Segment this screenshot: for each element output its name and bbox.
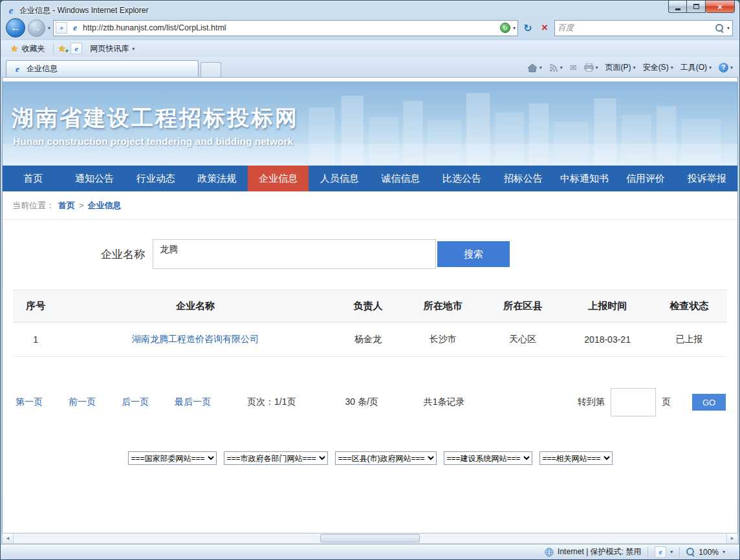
forward-button[interactable]: →: [28, 19, 45, 37]
breadcrumb-home-link[interactable]: 首页: [58, 200, 75, 211]
favorites-button[interactable]: ★ 收藏夹: [7, 42, 49, 56]
chevron-down-icon: ▾: [670, 549, 673, 555]
feeds-bar-button[interactable]: 网页快讯库 ▾: [87, 42, 138, 56]
cell-date: 2018-03-21: [563, 323, 651, 357]
site-banner: 湖南省建设工程招标投标网 Hunan construction project …: [3, 81, 737, 166]
select-city-departments[interactable]: ===市政府各部门网站===: [224, 451, 328, 465]
site-subtitle: Hunan construction project tendering and…: [13, 136, 293, 147]
zoom-control[interactable]: 100% ▾: [680, 548, 732, 557]
address-dropdown[interactable]: ▾: [513, 25, 516, 31]
url-input[interactable]: [83, 21, 497, 34]
nav-item-credit-info[interactable]: 诚信信息: [370, 166, 431, 191]
company-table: 序号 企业名称 负责人 所在地市 所在区县 上报时间 检查状态 1 湖南龙腾工程…: [13, 290, 727, 357]
print-button[interactable]: ▾: [584, 63, 598, 72]
search-provider-dropdown[interactable]: ▾: [727, 25, 730, 31]
nav-item-personnel-info[interactable]: 人员信息: [309, 166, 370, 191]
feeds-button[interactable]: ▾: [549, 63, 563, 72]
minimize-button[interactable]: [668, 1, 687, 13]
breadcrumb-separator: >: [79, 200, 84, 210]
company-name-input[interactable]: [153, 239, 436, 269]
nav-item-company-info[interactable]: 企业信息: [248, 166, 309, 191]
pagination-links: 第一页 前一页 后一页 最后一页: [16, 396, 211, 408]
tab-bar: e 企业信息 ▾ ▾ ✉ ▾ 页面(P)▾ 安全(S): [1, 57, 739, 77]
col-header-city: 所在地市: [404, 290, 482, 323]
refresh-icon: ↻: [523, 22, 532, 34]
page-menu-button[interactable]: 页面(P)▾: [605, 62, 636, 73]
pagination: 第一页 前一页 后一页 最后一页 页次：1/1页 30 条/页 共1条记录 转到…: [16, 388, 726, 416]
breadcrumb-current[interactable]: 企业信息: [88, 200, 122, 211]
tools-menu-button[interactable]: 工具(O)▾: [680, 62, 712, 73]
nav-item-award-notices[interactable]: 中标通知书: [554, 166, 615, 191]
compatibility-view-icon[interactable]: ↻: [500, 23, 510, 33]
recent-pages-dropdown[interactable]: ▾: [48, 25, 50, 31]
zoom-level: 100%: [699, 548, 719, 557]
site-title: 湖南省建设工程招标投标网: [12, 103, 299, 133]
nav-item-complaints[interactable]: 投诉举报: [676, 166, 737, 191]
back-icon: ←: [10, 22, 21, 34]
search-button[interactable]: 搜索: [437, 241, 510, 267]
select-national-sites[interactable]: ===国家部委网站===: [128, 451, 217, 465]
command-bar: ▾ ▾ ✉ ▾ 页面(P)▾ 安全(S)▾ 工具(O)▾: [527, 62, 733, 77]
refresh-button[interactable]: ↻: [521, 20, 535, 36]
nav-item-policies[interactable]: 政策法规: [186, 166, 248, 191]
address-toolbar: ← → ▾ + e ↻ ▾ ↻ × ▾: [1, 17, 739, 39]
goto-page-input[interactable]: [611, 388, 656, 416]
favorites-bar: ★ 收藏夹 ★ e 网页快讯库 ▾: [1, 39, 739, 57]
go-button[interactable]: GO: [692, 394, 726, 411]
zoom-icon: [686, 548, 695, 556]
page-info: 页次：1/1页: [247, 396, 296, 408]
forward-icon: →: [32, 23, 41, 33]
horizontal-scrollbar[interactable]: ◄ ►: [2, 533, 738, 544]
tab-current[interactable]: e 企业信息: [6, 60, 199, 77]
nav-item-notices[interactable]: 通知公告: [64, 166, 125, 191]
read-mail-button[interactable]: ✉: [570, 63, 577, 72]
col-header-status: 检查状态: [651, 290, 727, 323]
col-header-no: 序号: [13, 290, 59, 323]
back-button[interactable]: ←: [6, 18, 25, 38]
nav-item-home[interactable]: 首页: [3, 166, 64, 191]
scroll-track[interactable]: [14, 533, 726, 543]
nav-item-industry-news[interactable]: 行业动态: [125, 166, 186, 191]
feeds-page-icon[interactable]: e: [71, 43, 82, 54]
per-page-info: 30 条/页: [345, 396, 378, 408]
compatibility-status-button[interactable]: e ▾: [648, 546, 679, 558]
col-header-leader: 负责人: [332, 290, 404, 323]
nav-item-credit-rating[interactable]: 信用评价: [615, 166, 677, 191]
new-tab-button[interactable]: [201, 62, 221, 77]
select-construction-sites[interactable]: ===建设系统网站===: [444, 451, 532, 465]
address-bar[interactable]: + e ↻ ▾: [53, 20, 518, 36]
company-link[interactable]: 湖南龙腾工程造价咨询有限公司: [132, 334, 259, 344]
caption-buttons: ×: [668, 1, 735, 13]
select-related-sites[interactable]: ===相关网站===: [539, 451, 613, 465]
web-search-box[interactable]: ▾: [554, 20, 733, 36]
browser-window: e 企业信息 - Windows Internet Explorer × ← →…: [0, 0, 740, 560]
scroll-right-button[interactable]: ►: [726, 533, 737, 543]
add-favorite-icon[interactable]: ★: [58, 44, 67, 53]
internet-zone: Internet | 保护模式: 禁用: [538, 546, 648, 557]
site-favicon-icon: e: [70, 23, 80, 33]
next-page-link[interactable]: 后一页: [122, 396, 149, 408]
maximize-button[interactable]: [687, 1, 706, 13]
maximize-icon: [693, 4, 699, 9]
scroll-left-button[interactable]: ◄: [3, 533, 14, 543]
rss-icon: [549, 63, 558, 72]
stop-button[interactable]: ×: [538, 20, 552, 36]
select-district-gov[interactable]: ===区县(市)政府网站===: [335, 451, 437, 465]
mail-icon: ✉: [570, 63, 577, 72]
scroll-thumb[interactable]: [320, 534, 420, 543]
first-page-link[interactable]: 第一页: [16, 396, 43, 408]
address-page-icon[interactable]: +: [56, 22, 67, 34]
cell-city: 长沙市: [404, 323, 482, 357]
prev-page-link[interactable]: 前一页: [69, 396, 96, 408]
last-page-link[interactable]: 最后一页: [175, 396, 211, 408]
web-search-input[interactable]: [558, 23, 712, 32]
help-button[interactable]: ? ▾: [719, 63, 733, 72]
safety-menu-button[interactable]: 安全(S)▾: [643, 62, 673, 73]
search-icon[interactable]: [715, 24, 724, 32]
home-button[interactable]: ▾: [527, 63, 542, 72]
close-button[interactable]: ×: [706, 1, 735, 13]
nav-item-comparison-announcements[interactable]: 比选公告: [431, 166, 493, 191]
ie-logo-icon: e: [6, 6, 16, 16]
nav-item-tender-announcements[interactable]: 招标公告: [492, 166, 554, 191]
cell-leader: 杨金龙: [332, 323, 404, 357]
